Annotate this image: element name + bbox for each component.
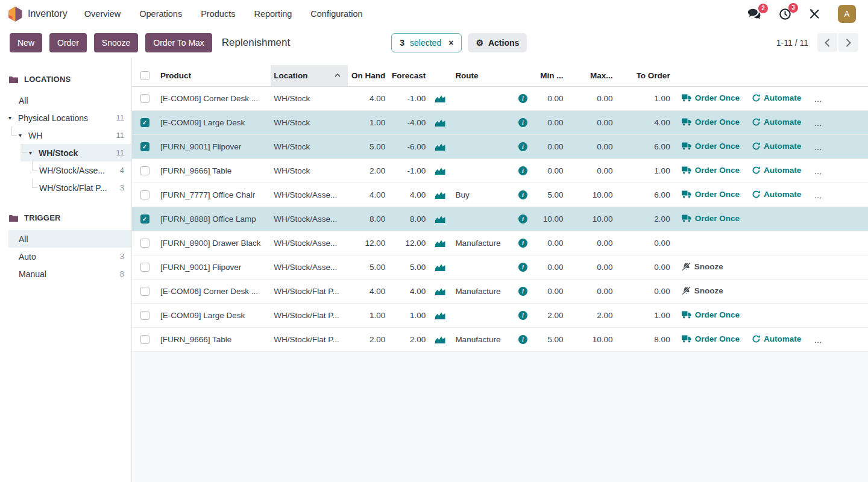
column-header-max[interactable]: Max...	[568, 65, 617, 86]
info-icon[interactable]: i	[518, 287, 527, 296]
info-icon[interactable]: i	[518, 335, 527, 344]
area-chart-icon[interactable]	[435, 287, 445, 295]
row-checkbox[interactable]	[140, 239, 149, 248]
row-checkbox[interactable]	[140, 190, 149, 199]
area-chart-icon[interactable]	[435, 239, 445, 247]
info-icon[interactable]: i	[518, 263, 527, 272]
row-checkbox[interactable]	[140, 166, 149, 175]
automate-button[interactable]: Automate	[752, 166, 801, 175]
info-icon[interactable]: i	[518, 311, 527, 320]
info-icon[interactable]: i	[518, 214, 527, 224]
table-row[interactable]: [FURN_9666] TableWH/Stock2.00-1.00i0.000…	[132, 158, 868, 183]
sidebar-item-all[interactable]: All	[0, 92, 131, 109]
automate-button[interactable]: Automate	[752, 334, 801, 343]
column-header-product[interactable]: Product	[157, 65, 271, 86]
column-header-on-hand[interactable]: On Hand	[348, 65, 390, 86]
table-row[interactable]: [E-COM06] Corner Desk ...WH/Stock4.00-1.…	[132, 86, 868, 110]
area-chart-icon[interactable]	[435, 336, 445, 343]
column-header-min[interactable]: Min ...	[531, 65, 567, 86]
table-row[interactable]: ✓[FURN_9001] FlipoverWH/Stock5.00-6.00i0…	[132, 134, 868, 158]
menu-configuration[interactable]: Configuration	[310, 9, 362, 19]
sidebar-item-auto[interactable]: Auto3	[0, 248, 131, 265]
column-header-location[interactable]: Location	[271, 65, 348, 86]
new-button[interactable]: New	[10, 33, 42, 52]
menu-overview[interactable]: Overview	[84, 9, 121, 19]
snooze-button[interactable]: Snooze	[682, 262, 723, 271]
info-icon[interactable]: i	[518, 94, 527, 103]
area-chart-icon[interactable]	[435, 143, 445, 151]
row-checkbox[interactable]	[140, 335, 149, 344]
table-row[interactable]: [FURN_9001] FlipoverWH/Stock/Asse...5.00…	[132, 255, 868, 279]
order-once-button[interactable]: Order Once	[682, 190, 740, 199]
table-body: [E-COM06] Corner Desk ...WH/Stock4.00-1.…	[132, 86, 868, 351]
row-checkbox[interactable]	[140, 94, 149, 103]
sidebar-item-wh[interactable]: ▾WH11	[0, 127, 131, 144]
menu-operations[interactable]: Operations	[139, 9, 182, 19]
area-chart-icon[interactable]	[435, 215, 445, 223]
area-chart-icon[interactable]	[435, 167, 445, 175]
area-chart-icon[interactable]	[435, 119, 445, 127]
clear-selection-icon[interactable]: ×	[448, 38, 453, 48]
info-icon[interactable]: i	[518, 190, 527, 199]
select-all-checkbox[interactable]	[140, 71, 149, 80]
actions-button[interactable]: ⚙ Actions	[468, 33, 527, 52]
table-row[interactable]: [E-COM06] Corner Desk ...WH/Stock/Flat P…	[132, 279, 868, 303]
info-icon[interactable]: i	[518, 142, 527, 151]
order-once-button[interactable]: Order Once	[682, 93, 740, 102]
order-once-button[interactable]: Order Once	[682, 142, 740, 151]
sidebar-item-physical-locations[interactable]: ▾Physical Locations11	[0, 109, 131, 127]
snooze-button[interactable]: Snooze	[682, 286, 723, 295]
messages-button[interactable]: 2	[747, 8, 761, 20]
table-row[interactable]: [E-COM09] Large DeskWH/Stock/Flat P...1.…	[132, 303, 868, 327]
area-chart-icon[interactable]	[435, 311, 445, 319]
info-icon[interactable]: i	[518, 166, 527, 175]
table-row[interactable]: ✓[FURN_8888] Office LampWH/Stock/Asse...…	[132, 207, 868, 231]
activities-button[interactable]: 3	[779, 8, 791, 20]
column-header-route[interactable]: Route	[451, 65, 514, 86]
app-switcher[interactable]: Inventory	[8, 7, 68, 22]
snooze-button[interactable]: Snooze	[94, 33, 138, 52]
automate-button[interactable]: Automate	[752, 142, 801, 151]
column-header-to-order[interactable]: To Order	[617, 65, 675, 86]
table-row[interactable]: [FURN_7777] Office ChairWH/Stock/Asse...…	[132, 183, 868, 207]
order-to-max-button[interactable]: Order To Max	[145, 33, 212, 52]
row-checkbox[interactable]	[140, 287, 149, 296]
column-header-forecast[interactable]: Forecast	[390, 65, 429, 86]
info-icon[interactable]: i	[518, 118, 527, 127]
caret-down-icon[interactable]: ▾	[8, 114, 14, 121]
area-chart-icon[interactable]	[435, 95, 445, 102]
caret-down-icon[interactable]: ▾	[29, 149, 35, 156]
pager-previous-button[interactable]	[817, 33, 837, 52]
order-once-button[interactable]: Order Once	[682, 334, 740, 343]
order-once-button[interactable]: Order Once	[682, 214, 740, 223]
caret-down-icon[interactable]: ▾	[19, 132, 25, 139]
row-checkbox[interactable]	[140, 311, 149, 320]
sidebar-item-wh-stock-flat-p[interactable]: WH/Stock/Flat P...3	[0, 179, 131, 196]
automate-button[interactable]: Automate	[752, 190, 801, 199]
table-row[interactable]: [FURN_8900] Drawer BlackWH/Stock/Asse...…	[132, 231, 868, 255]
table-row[interactable]: [FURN_9666] TableWH/Stock/Flat P...2.002…	[132, 327, 868, 351]
menu-reporting[interactable]: Reporting	[254, 9, 292, 19]
row-checkbox[interactable]: ✓	[140, 118, 149, 127]
order-button[interactable]: Order	[49, 33, 87, 52]
order-once-button[interactable]: Order Once	[682, 117, 740, 127]
menu-products[interactable]: Products	[201, 9, 235, 19]
info-icon[interactable]: i	[518, 239, 527, 248]
user-avatar[interactable]: A	[838, 5, 856, 23]
row-checkbox[interactable]: ✓	[140, 142, 149, 151]
row-checkbox[interactable]: ✓	[140, 214, 149, 224]
sidebar-item-wh-stock-asse[interactable]: WH/Stock/Asse...4	[0, 161, 131, 179]
area-chart-icon[interactable]	[435, 263, 445, 271]
area-chart-icon[interactable]	[435, 191, 445, 199]
sidebar-item-manual[interactable]: Manual8	[0, 265, 131, 283]
automate-button[interactable]: Automate	[752, 93, 801, 102]
order-once-button[interactable]: Order Once	[682, 310, 740, 319]
sidebar-item-wh-stock[interactable]: ▾WH/Stock11	[20, 144, 131, 161]
row-checkbox[interactable]	[140, 263, 149, 272]
debug-tools-button[interactable]	[809, 8, 820, 19]
table-row[interactable]: ✓[E-COM09] Large DeskWH/Stock1.00-4.00i0…	[132, 110, 868, 134]
pager-next-button[interactable]	[838, 33, 858, 52]
automate-button[interactable]: Automate	[752, 117, 801, 127]
sidebar-item-all[interactable]: All	[8, 230, 131, 248]
order-once-button[interactable]: Order Once	[682, 166, 740, 175]
